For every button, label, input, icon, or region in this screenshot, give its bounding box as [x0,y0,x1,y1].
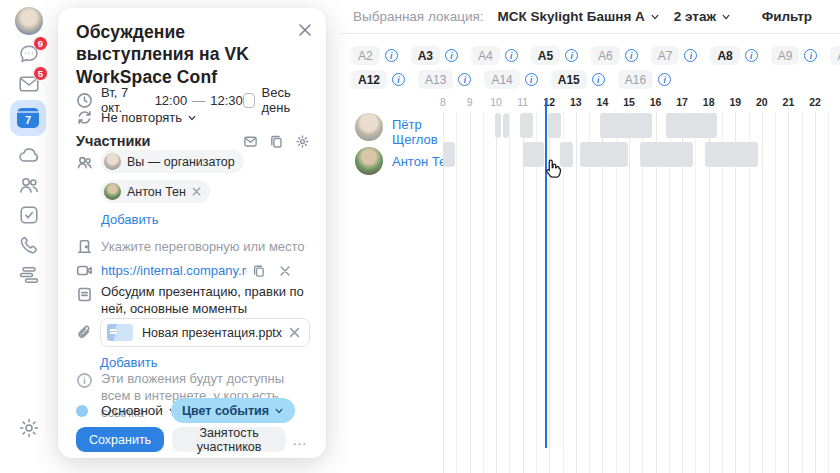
event-end-time[interactable]: 12:30 [210,93,243,108]
organizer-chip-label: Вы — организатор [127,155,235,169]
sidebar-item-chats[interactable]: 9 [17,42,41,66]
participants-settings-icon[interactable] [295,134,310,149]
busy-block[interactable] [640,142,693,167]
busy-block[interactable] [580,142,628,167]
room-chip-A7[interactable]: A7 [651,46,680,65]
room-chip-A10[interactable]: A10 [830,46,840,65]
filter-button[interactable]: Фильтр [762,9,812,24]
room-chip-A14[interactable]: A14 [484,70,519,89]
remove-participant-icon[interactable] [192,187,201,196]
room-info-icon-A13[interactable]: i [458,73,471,86]
repeat-value[interactable]: Не повторять [101,110,182,125]
busy-block[interactable] [548,113,561,138]
room-info-icon-A7[interactable]: i [684,49,697,62]
remove-link-icon[interactable] [278,264,292,278]
sidebar-item-tasks[interactable] [17,203,41,227]
room-group-A7: A7i [651,46,698,65]
room-chip-A5[interactable]: A5 [531,46,560,65]
call-link[interactable]: https://internal.company.ru/call/pr… [101,263,247,278]
repeat-row[interactable]: Не повторять [76,109,197,126]
sidebar-item-calls[interactable] [17,233,41,257]
room-info-icon-A5[interactable]: i [565,49,578,62]
room-info-icon-A4[interactable]: i [505,49,518,62]
add-attachment-link[interactable]: Добавить [100,355,157,370]
room-chip-A3[interactable]: A3 [411,46,440,65]
participant-avatar-1[interactable] [355,113,383,141]
chevron-down-icon [187,113,197,123]
participant-chip-organizer[interactable]: Вы — организатор [101,150,244,173]
more-actions-button[interactable]: … [286,427,314,452]
room-info-icon-A3[interactable]: i [445,49,458,62]
busy-block[interactable] [495,113,502,138]
calendar-icon: 7 [17,108,39,128]
remove-attachment-icon[interactable] [289,327,300,338]
save-button[interactable]: Сохранить [76,427,164,452]
copy-list-icon[interactable] [269,134,284,149]
room-chip-A15[interactable]: A15 [551,70,587,89]
room-chip-A4[interactable]: A4 [471,46,500,65]
location-placeholder[interactable]: Укажите переговорную или место [101,239,305,254]
description-text[interactable]: Обсудим презентацию, правки по ней, осно… [101,284,309,318]
event-start-time[interactable]: 12:00 [155,93,188,108]
grid-line-15 [629,112,630,473]
room-booking-panel: Выбранная локация: МСК Skylight Башня А … [340,0,840,473]
busy-block[interactable] [503,113,509,138]
room-group-A2: A2i [351,46,398,65]
room-chip-A13[interactable]: A13 [418,70,453,89]
room-info-icon-A15[interactable]: i [592,73,605,86]
room-chip-A6[interactable]: A6 [591,46,620,65]
sidebar-item-channels[interactable] [17,263,41,287]
room-info-icon-A16[interactable]: i [658,73,671,86]
sidebar-item-mail[interactable]: 5 [17,72,41,96]
participant-avatar-2[interactable] [355,147,383,175]
event-color-pill[interactable]: Цвет события [171,398,295,423]
add-participant-link[interactable]: Добавить [101,212,244,227]
sidebar-item-cloud[interactable] [17,143,41,167]
room-chip-A12[interactable]: A12 [351,70,387,89]
room-group-A10: A10i [830,46,840,65]
hour-label-11: 11 [513,96,533,108]
room-chip-A16[interactable]: A16 [618,70,653,89]
location-dropdown[interactable]: МСК Skylight Башня А [498,9,660,24]
location-row[interactable]: Укажите переговорную или место [76,238,305,255]
room-info-icon-A6[interactable]: i [625,49,638,62]
floor-value: 2 этаж [674,9,716,24]
busy-block[interactable] [443,142,455,167]
invite-mail-icon[interactable] [243,134,258,149]
sidebar-item-contacts[interactable] [17,173,41,197]
hour-label-9: 9 [460,96,480,108]
file-thumbnail [107,324,133,341]
busy-block[interactable] [600,113,652,138]
event-color-name[interactable]: Основной [101,403,163,418]
all-day-checkbox[interactable] [243,93,255,108]
sidebar-item-settings[interactable] [17,416,41,440]
profile-avatar[interactable] [15,7,43,35]
participants-icon [76,154,93,171]
room-info-icon-A14[interactable]: i [525,73,538,86]
meeting-room-icon [76,238,93,255]
info-icon [76,372,93,389]
room-info-icon-A12[interactable]: i [392,73,405,86]
hour-label-8: 8 [433,96,453,108]
participant-name-link[interactable]: ПётрЩеглов [392,117,438,147]
description-row[interactable]: Обсудим презентацию, правки по ней, осно… [76,284,309,318]
attachment-chip[interactable]: Новая презентация.pptx [100,318,310,347]
copy-link-icon[interactable] [252,264,266,278]
availability-button[interactable]: Занятость участников [172,427,286,452]
sidebar-item-calendar-active[interactable]: 7 [10,100,46,136]
busy-block[interactable] [705,142,758,167]
room-chip-A8[interactable]: A8 [710,46,739,65]
busy-block[interactable] [520,113,533,138]
room-chip-A2[interactable]: A2 [351,46,380,65]
grid-line-9.5 [483,112,484,473]
busy-block[interactable] [523,142,545,167]
participant-chip-guest[interactable]: Антон Тен [101,180,210,203]
event-title[interactable]: Обсуждение выступления на VK WorkSpace C… [76,21,308,88]
room-chip-A9[interactable]: A9 [771,46,800,65]
busy-block[interactable] [666,113,717,138]
room-info-icon-A9[interactable]: i [804,49,817,62]
close-icon[interactable] [297,22,313,38]
floor-dropdown[interactable]: 2 этаж [674,9,731,24]
room-info-icon-A2[interactable]: i [385,49,398,62]
room-info-icon-A8[interactable]: i [745,49,758,62]
